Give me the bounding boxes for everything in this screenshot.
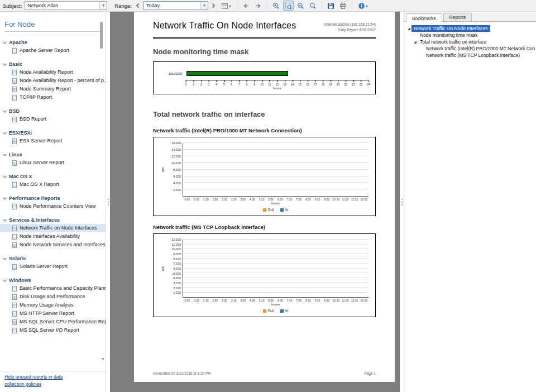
printer-icon: [339, 2, 347, 9]
chevron-down-icon[interactable]: ▾: [200, 2, 208, 9]
chart-title-intel: Network traffic (Intel(R) PRO/1000 MT Ne…: [153, 127, 376, 133]
sidebar-item-node-availability-report[interactable]: Node Availability Report: [0, 68, 106, 77]
left-splitter[interactable]: [106, 12, 110, 392]
info-button[interactable]: ▾: [356, 1, 370, 11]
x-tick-label: 13:00: [359, 198, 368, 201]
save-button[interactable]: [326, 1, 336, 11]
chevron-down-icon: [3, 256, 7, 260]
x-tick-label: 0:00: [183, 198, 192, 201]
item-label: TCP/IP Report: [20, 95, 52, 100]
y-tick-label: 8,000: [173, 257, 181, 261]
tab-reports[interactable]: Reports: [443, 13, 472, 21]
x-axis: 0123456789101112131415161718192021222324: [186, 80, 368, 87]
back-button[interactable]: [241, 1, 251, 11]
subject-value: Network Atlas: [25, 3, 99, 8]
x-tick-label: 7:10: [285, 198, 294, 201]
item-label: ESX Server Report: [20, 138, 63, 144]
document-icon: [12, 294, 17, 300]
bookmark-item-network-traffic-ms-tcp-loopback-interface[interactable]: Network traffic (MS TCP Loopback interfa…: [405, 52, 535, 59]
document-icon: [12, 328, 17, 333]
sidebar-item-basic-performance-and-capacity-plann[interactable]: Basic Performance and Capacity Plann...: [0, 284, 106, 293]
axis-tick-label: 13: [283, 80, 286, 86]
hide-unused-reports-link[interactable]: Hide unused reports in data collection p…: [4, 374, 73, 388]
range-next-button[interactable]: [210, 1, 217, 11]
sidebar-item-memory-usage-analysis[interactable]: Memory Usage Analysis: [0, 301, 106, 309]
sidebar-item-tcp-ip-report[interactable]: TCP/IP Report: [0, 93, 106, 102]
row-label: 8/31/2007: [160, 72, 186, 75]
axis-tick-label: 21: [344, 80, 347, 86]
sidebar-section-mac-os-x[interactable]: Mac OS X: [0, 173, 106, 180]
zoom-select-button[interactable]: [308, 1, 318, 11]
section-label: Services & Interfaces: [9, 218, 60, 223]
print-button[interactable]: [338, 1, 348, 11]
sidebar-item-node-summary-report[interactable]: Node Summary Report: [0, 85, 106, 93]
chevron-down-icon[interactable]: ▾: [99, 2, 107, 9]
sidebar-section-solaris[interactable]: Solaris: [0, 255, 106, 262]
chevron-right-icon: [210, 2, 216, 9]
y-tick-label: 10,000: [171, 161, 181, 165]
scroll-down-icon[interactable]: ▾: [102, 357, 104, 361]
sidebar-item-node-network-services-and-interfaces[interactable]: Node Network Services and Interfaces: [0, 241, 106, 249]
bars-group: [184, 240, 368, 297]
x-tick-label: 9:50: [322, 299, 332, 302]
sidebar-section-apache[interactable]: Apache: [0, 39, 106, 46]
sidebar-section-windows[interactable]: Windows: [0, 277, 106, 284]
sidebar-item-apache-server-report[interactable]: Apache Server Report: [0, 46, 106, 55]
bookmark-item-node-monitoring-time-mask[interactable]: Node monitoring time mask: [405, 32, 535, 39]
plot-area: [183, 240, 368, 298]
right-splitter[interactable]: [400, 12, 404, 392]
sidebar-item-bsd-report[interactable]: BSD Report: [0, 115, 106, 123]
chevron-down-icon: [3, 196, 7, 200]
section-label: Linux: [9, 152, 22, 157]
item-label: BSD Report: [20, 117, 46, 122]
chevron-down-icon: [3, 218, 7, 222]
sidebar-item-mac-os-x-report[interactable]: Mac OS X Report: [0, 180, 106, 189]
section-heading-time-mask: Node monitoring time mask: [153, 47, 376, 56]
sidebar-item-linux-server-report[interactable]: Linux Server Report: [0, 159, 106, 167]
range-dropdown[interactable]: Today ▾: [143, 1, 208, 10]
time-mask-bar: [186, 71, 288, 76]
y-tick-label: 6,000: [173, 175, 181, 178]
range-previous-button[interactable]: [135, 1, 142, 11]
bookmark-item-network-traffic-intel-r-pro-1000-mt-network-conne[interactable]: Network traffic (Intel(R) PRO/1000 MT Ne…: [405, 45, 535, 52]
sidebar-section-bsd[interactable]: BSD: [0, 108, 106, 115]
sidebar-section-performance-reports[interactable]: Performance Reports: [0, 195, 106, 202]
x-axis-title: hours: [160, 303, 368, 306]
calendar-button[interactable]: ▾: [219, 1, 233, 11]
toolbar-separator: [322, 2, 322, 9]
zoom-in-button[interactable]: [271, 1, 281, 11]
axis-tick-label: 9: [253, 80, 255, 86]
zoom-out-button[interactable]: [295, 1, 306, 11]
sidebar-item-node-interfaces-availability[interactable]: Node Interfaces Availability: [0, 232, 106, 241]
sidebar-section-basic[interactable]: Basic: [0, 61, 106, 68]
sidebar-section-linux[interactable]: Linux: [0, 151, 106, 159]
sidebar-item-ms-http-server-report[interactable]: MS HTTP Server Report: [0, 309, 106, 318]
tab-bookmarks[interactable]: Bookmarks: [406, 13, 442, 22]
x-tick-label: 7:50: [294, 198, 304, 201]
subject-dropdown[interactable]: Network Atlas ▾: [25, 1, 107, 10]
forward-button[interactable]: [253, 1, 264, 11]
sidebar-item-ms-sql-server-i-o-report[interactable]: MS SQL Server I/O Report: [0, 326, 106, 334]
sidebar-item-disk-usage-and-performance[interactable]: Disk Usage and Performance: [0, 293, 106, 301]
sidebar-item-ms-sql-server-cpu-performance-repor[interactable]: MS SQL Server CPU Performance Repor...: [0, 318, 106, 326]
bookmark-item-network-traffic-on-node-interfaces[interactable]: ◢Network Traffic On Node Interfaces: [405, 25, 535, 32]
y-tick-label: 12,000: [171, 155, 181, 158]
y-tick-label: 11,000: [172, 243, 181, 246]
sidebar-item-esx-server-report[interactable]: ESX Server Report: [0, 137, 106, 145]
section-label: ESX/ESXi: [9, 131, 32, 136]
report-viewer-window: Subject: Network Atlas ▾ Range: Today ▾ …: [0, 0, 536, 392]
sidebar-section-services-interfaces[interactable]: Services & Interfaces: [0, 217, 106, 224]
bars-group: [184, 143, 368, 196]
sidebar-item-node-performance-counters-view[interactable]: Node Performance Counters View: [0, 202, 106, 211]
item-label: Solaris Server Report: [20, 264, 68, 269]
legend-swatch-out: [263, 208, 266, 212]
sidebar-section-esx-esxi[interactable]: ESX/ESXi: [0, 130, 106, 137]
sidebar-item-node-availability-report-percent-of-p[interactable]: Node Availability Report - percent of p.…: [0, 77, 106, 85]
scrollbar-thumb[interactable]: [100, 22, 103, 49]
zoom-fit-page-button[interactable]: [283, 1, 294, 11]
y-tick-label: 5,000: [173, 272, 181, 275]
sidebar-item-network-traffic-on-node-interfaces[interactable]: Network Traffic on Node Interfaces: [0, 224, 106, 232]
bookmark-item-total-network-traffic-on-interface[interactable]: ◢Total network traffic on interface: [405, 39, 535, 45]
sidebar-item-solaris-server-report[interactable]: Solaris Server Report: [0, 262, 106, 271]
range-label: Range:: [114, 3, 132, 9]
